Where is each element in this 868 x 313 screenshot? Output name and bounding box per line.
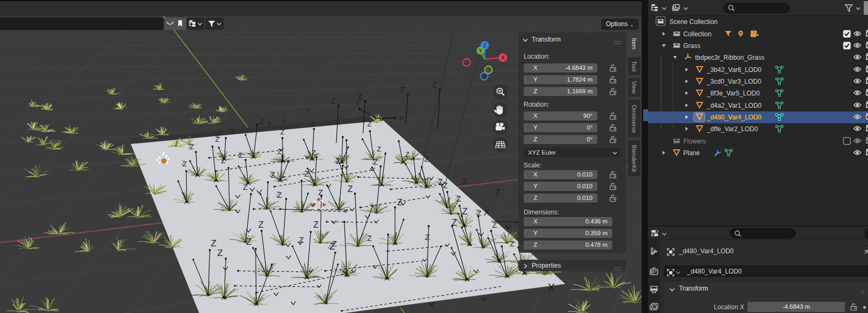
svg-text:Z: Z xyxy=(215,135,219,143)
svg-text:Z: Z xyxy=(211,238,216,248)
svg-text:Z: Z xyxy=(397,198,403,207)
svg-text:Z: Z xyxy=(462,176,467,186)
svg-text:Z: Z xyxy=(243,182,248,191)
svg-text:Z: Z xyxy=(246,237,251,247)
svg-text:Z: Z xyxy=(299,235,304,244)
svg-text:Z: Z xyxy=(318,188,323,197)
svg-text:Z: Z xyxy=(358,92,362,101)
svg-text:Z: Z xyxy=(373,158,378,166)
svg-text:Y: Y xyxy=(479,48,483,54)
svg-text:Z: Z xyxy=(332,239,337,248)
svg-text:Z: Z xyxy=(424,155,429,163)
svg-text:X: X xyxy=(501,55,505,61)
svg-text:Z: Z xyxy=(217,248,223,258)
svg-text:Z: Z xyxy=(311,120,315,128)
svg-text:Z: Z xyxy=(367,120,372,128)
svg-text:Z: Z xyxy=(456,195,461,203)
svg-text:Z: Z xyxy=(432,81,437,89)
svg-text:Z: Z xyxy=(336,157,341,165)
svg-text:Z: Z xyxy=(377,145,381,153)
svg-text:Z: Z xyxy=(312,149,316,157)
svg-text:Z: Z xyxy=(331,97,336,105)
svg-text:X: X xyxy=(484,207,490,218)
svg-text:Z: Z xyxy=(239,151,243,159)
svg-text:Y: Y xyxy=(281,117,286,125)
svg-text:Z: Z xyxy=(400,85,405,94)
svg-text:Z: Z xyxy=(477,208,482,218)
svg-text:Z: Z xyxy=(183,160,187,168)
svg-text:Y: Y xyxy=(306,107,311,115)
svg-text:Z: Z xyxy=(495,187,500,196)
svg-text:Z: Z xyxy=(260,118,264,126)
svg-text:Z: Z xyxy=(483,43,486,49)
svg-text:X: X xyxy=(399,114,404,122)
svg-text:Y: Y xyxy=(231,127,235,135)
svg-text:Z: Z xyxy=(367,234,372,243)
svg-text:Z: Z xyxy=(405,150,409,158)
svg-text:Z: Z xyxy=(313,220,319,229)
svg-text:Z: Z xyxy=(280,128,285,136)
svg-text:Z: Z xyxy=(425,232,430,242)
svg-text:Z: Z xyxy=(221,156,226,165)
svg-text:X: X xyxy=(548,282,555,293)
svg-text:Z: Z xyxy=(510,239,515,248)
svg-text:Z: Z xyxy=(452,218,457,228)
svg-text:Z: Z xyxy=(190,143,194,151)
svg-text:Z: Z xyxy=(277,190,282,199)
svg-text:Z: Z xyxy=(462,207,468,216)
svg-text:Y: Y xyxy=(267,121,272,129)
svg-text:Z: Z xyxy=(271,171,275,179)
svg-text:Z: Z xyxy=(258,220,264,229)
svg-text:Z: Z xyxy=(348,184,353,194)
